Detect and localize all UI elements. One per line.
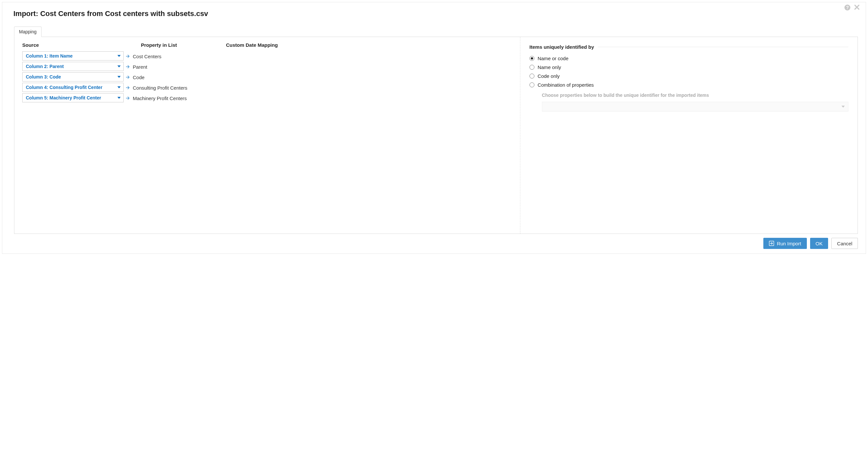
source-column-label: Column 1: Item Name xyxy=(26,53,72,59)
source-column-select[interactable]: Column 5: Machinery Profit Center xyxy=(22,93,124,102)
source-column-label: Column 4: Consulting Profit Center xyxy=(26,85,102,90)
title-bar-actions: ? xyxy=(844,4,860,12)
identify-section-header: Items uniquely identified by xyxy=(529,44,848,50)
close-icon[interactable] xyxy=(854,4,860,12)
arrow-right-icon xyxy=(124,75,133,79)
identify-option-name-only[interactable]: Name only xyxy=(529,64,848,70)
arrow-right-icon xyxy=(124,65,133,68)
property-label: Consulting Profit Centers xyxy=(133,85,187,91)
import-icon xyxy=(769,241,774,246)
caret-down-icon xyxy=(117,97,121,99)
identify-option-code-only[interactable]: Code only xyxy=(529,73,848,79)
radio-label: Name or code xyxy=(538,56,568,61)
run-import-label: Run Import xyxy=(777,241,801,246)
radio-label: Name only xyxy=(538,64,561,70)
mapping-row: Column 5: Machinery Profit Center Machin… xyxy=(22,93,512,103)
caret-down-icon xyxy=(117,55,121,57)
cancel-button[interactable]: Cancel xyxy=(831,238,858,249)
identify-option-name-or-code[interactable]: Name or code xyxy=(529,56,848,61)
radio-label: Combination of properties xyxy=(538,82,594,88)
mapping-left-pane: Source Property in List Custom Date Mapp… xyxy=(14,37,520,234)
mapping-row: Column 1: Item Name Cost Centers xyxy=(22,51,512,61)
header-custom-date: Custom Date Mapping xyxy=(226,42,278,48)
arrow-right-icon xyxy=(124,96,133,100)
header-property: Property in List xyxy=(141,42,223,48)
radio-icon xyxy=(529,65,534,70)
radio-label: Code only xyxy=(538,73,560,79)
identify-radio-group: Name or code Name only Code only Combina… xyxy=(529,56,848,88)
mapping-row: Column 2: Parent Parent xyxy=(22,61,512,72)
tab-mapping[interactable]: Mapping xyxy=(14,27,41,37)
radio-icon xyxy=(529,83,534,87)
import-dialog: Import: Cost Centers from Cost centers w… xyxy=(2,2,866,254)
identify-option-combination[interactable]: Combination of properties xyxy=(529,82,848,88)
help-icon[interactable]: ? xyxy=(844,4,851,12)
property-label: Machinery Profit Centers xyxy=(133,95,187,101)
cancel-label: Cancel xyxy=(837,241,852,246)
mapping-row: Column 4: Consulting Profit Center Consu… xyxy=(22,83,512,93)
tabs: Mapping xyxy=(14,27,858,37)
title-bar: Import: Cost Centers from Cost centers w… xyxy=(2,2,866,18)
source-column-select[interactable]: Column 3: Code xyxy=(22,72,124,82)
radio-icon xyxy=(529,73,534,79)
mapping-rows: Column 1: Item Name Cost Centers Column … xyxy=(22,51,512,103)
source-column-label: Column 3: Code xyxy=(26,74,61,80)
identify-hint-text: Choose properties below to build the uni… xyxy=(542,92,848,98)
property-label: Parent xyxy=(133,64,147,70)
mapping-row: Column 3: Code Code xyxy=(22,72,512,83)
caret-down-icon xyxy=(117,76,121,78)
arrow-right-icon xyxy=(124,55,133,58)
dialog-footer: Run Import OK Cancel xyxy=(2,234,866,253)
caret-down-icon xyxy=(117,65,121,67)
property-label: Cost Centers xyxy=(133,54,161,59)
section-divider xyxy=(598,47,848,47)
ok-button[interactable]: OK xyxy=(810,238,829,249)
mapping-column-headers: Source Property in List Custom Date Mapp… xyxy=(22,42,512,48)
mapping-panel: Source Property in List Custom Date Mapp… xyxy=(14,37,858,234)
dialog-title: Import: Cost Centers from Cost centers w… xyxy=(13,9,208,18)
property-label: Code xyxy=(133,74,145,80)
caret-down-icon xyxy=(117,86,121,88)
radio-icon xyxy=(529,56,534,61)
identify-properties-select xyxy=(542,102,848,112)
svg-text:?: ? xyxy=(846,5,849,10)
identify-pane: Items uniquely identified by Name or cod… xyxy=(520,37,858,234)
source-column-select[interactable]: Column 1: Item Name xyxy=(22,51,124,61)
ok-label: OK xyxy=(816,241,823,246)
caret-down-icon xyxy=(841,106,845,108)
run-import-button[interactable]: Run Import xyxy=(763,238,807,249)
source-column-label: Column 5: Machinery Profit Center xyxy=(26,95,101,100)
identify-section-label: Items uniquely identified by xyxy=(529,44,594,50)
source-column-select[interactable]: Column 2: Parent xyxy=(22,62,124,71)
header-source: Source xyxy=(22,42,132,48)
source-column-label: Column 2: Parent xyxy=(26,64,64,69)
arrow-right-icon xyxy=(124,86,133,89)
source-column-select[interactable]: Column 4: Consulting Profit Center xyxy=(22,83,124,92)
